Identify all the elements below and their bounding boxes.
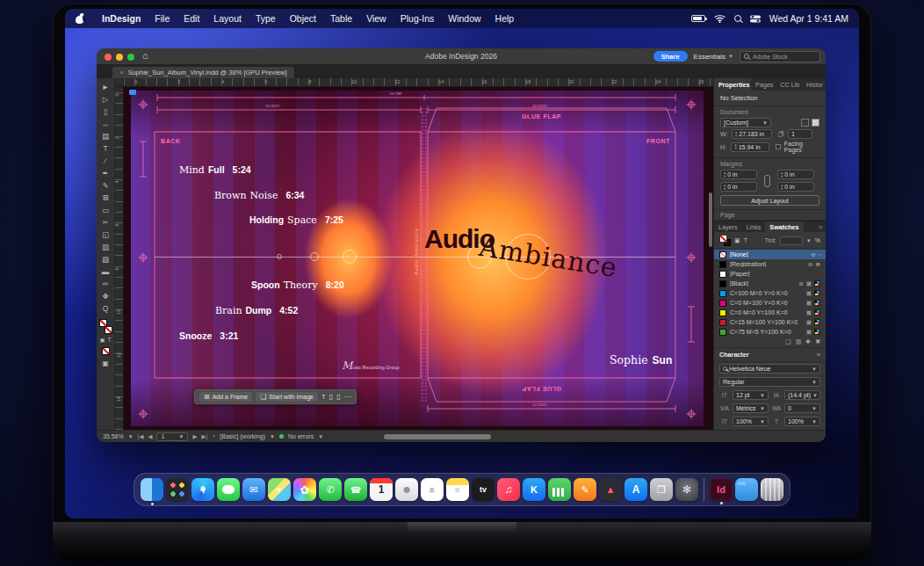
swatch-row[interactable]: [Registration]⊘⊕ xyxy=(714,259,826,269)
page-count-field[interactable]: 1 xyxy=(788,129,812,139)
vertical-scrollbar[interactable] xyxy=(709,192,712,247)
dock-rocket-icon[interactable]: ▲ xyxy=(599,478,622,501)
panel-menu-icon[interactable]: ≡ xyxy=(815,221,826,232)
swatch-views-icon[interactable]: ❑ xyxy=(785,338,790,345)
dock-keynote-icon[interactable]: K xyxy=(523,478,545,501)
first-page-button[interactable]: |◀ xyxy=(138,433,144,440)
scissors-tool-icon[interactable]: ✂ xyxy=(99,216,112,229)
rectangle-frame-tool-icon[interactable]: ⊠ xyxy=(99,192,112,204)
album-artboard[interactable]: 24.798” 12.3125” 12.3125” 12.3125” BACK … xyxy=(131,91,704,426)
formatting-text-icon[interactable]: T xyxy=(744,237,747,243)
margin-top-field[interactable]: ▴▾0 in xyxy=(720,170,757,179)
formatting-container-icon[interactable]: ▣ xyxy=(734,237,740,244)
dock-safari-icon[interactable]: ➤ xyxy=(191,478,214,501)
dock-contacts-icon[interactable]: ☻ xyxy=(395,478,418,501)
swatch-row[interactable]: C=0 M=0 Y=100 K=0 xyxy=(714,308,826,317)
document-tab[interactable]: × Sophie_Sun_Album_Vinyl.indd @ 38% [GPU… xyxy=(112,67,294,78)
dock-finder-icon[interactable] xyxy=(141,478,163,501)
font-size-field[interactable]: 12 pt▼ xyxy=(733,390,769,400)
swatch-row[interactable]: C=75 M=5 Y=100 K=0 xyxy=(714,327,826,337)
font-family-select[interactable]: Helvetica Neue▼ xyxy=(719,364,820,374)
vertical-scale-field[interactable]: 100%▼ xyxy=(733,417,769,426)
zoom-tool-icon[interactable]: Q xyxy=(99,302,112,315)
panel-tab-cc-lib[interactable]: CC Lib xyxy=(776,78,802,91)
line-tool-icon[interactable]: ∕ xyxy=(99,155,112,167)
leading-field[interactable]: (14.4 pt)▼ xyxy=(784,390,820,400)
fill-stroke-indicator[interactable] xyxy=(99,319,112,334)
menu-indesign[interactable]: InDesign xyxy=(102,13,141,24)
pencil-tool-icon[interactable]: ✎ xyxy=(99,179,112,192)
rectangle-tool-icon[interactable]: ▭ xyxy=(99,204,112,216)
stepper-icon[interactable]: ▴▾ xyxy=(735,131,737,138)
dock-facetime-icon[interactable]: ✆ xyxy=(319,478,342,501)
apply-none-button[interactable] xyxy=(102,347,110,355)
dock-tv-icon[interactable]: tv xyxy=(472,478,494,501)
free-transform-tool-icon[interactable]: ◱ xyxy=(99,229,112,241)
delete-swatch-icon[interactable]: ✖ xyxy=(815,338,820,345)
swatch-row[interactable]: C=15 M=100 Y=100 K=0 xyxy=(714,317,826,327)
dock-notes-icon[interactable]: ≡ xyxy=(446,478,469,501)
swatch-row[interactable]: [Black]⊘ xyxy=(714,279,826,288)
dock-mail-icon[interactable]: ✉ xyxy=(242,478,265,501)
dock-phone-icon[interactable]: ☎ xyxy=(344,478,367,501)
start-with-image-button[interactable]: ❏ Start with Image xyxy=(256,392,318,402)
page-icon[interactable]: ▯ xyxy=(329,393,333,401)
height-field[interactable]: ▴▾ 15.94 in xyxy=(731,142,769,152)
width-field[interactable]: ▴▾ 27.183 in xyxy=(732,129,772,139)
panel-tab-properties[interactable]: Properties xyxy=(714,78,751,91)
dock-photos-icon[interactable]: ✿ xyxy=(293,478,316,501)
page-add-icon[interactable]: ▯ xyxy=(336,393,340,401)
new-swatch-icon[interactable]: ✚ xyxy=(805,338,811,345)
fill-swatch[interactable] xyxy=(99,319,107,327)
landscape-icon[interactable] xyxy=(812,119,819,127)
content-collector-tool-icon[interactable]: ▤ xyxy=(99,130,112,142)
tint-field[interactable] xyxy=(780,236,803,245)
apple-menu-icon[interactable] xyxy=(76,13,84,24)
swatch-row[interactable]: C=100 M=0 Y=0 K=0 xyxy=(714,288,826,298)
direct-selection-tool-icon[interactable]: ▷ xyxy=(99,93,112,105)
dock-pages-icon[interactable]: ✎ xyxy=(574,478,596,501)
margin-outside-field[interactable]: ▴▾0 in xyxy=(777,182,814,192)
panel-tab-links[interactable]: Links xyxy=(742,221,766,232)
margin-bottom-field[interactable]: ▴▾0 in xyxy=(720,182,757,192)
dock-settings-icon[interactable]: ✻ xyxy=(675,478,698,501)
panel-tab-pages[interactable]: Pages xyxy=(751,78,776,91)
font-style-select[interactable]: Regular▼ xyxy=(719,377,820,387)
orientation-buttons[interactable] xyxy=(801,119,819,127)
horizontal-scrollbar[interactable] xyxy=(333,433,819,440)
link-margins-icon[interactable] xyxy=(764,175,770,187)
dock-launchpad-icon[interactable] xyxy=(166,478,189,501)
swatch-row[interactable]: [Paper] xyxy=(714,269,826,279)
adobe-stock-search[interactable]: Adobe Stock xyxy=(740,51,820,62)
gap-tool-icon[interactable]: ↔ xyxy=(99,118,112,130)
dock-reminders-icon[interactable]: ≡ xyxy=(421,478,444,501)
panel-tab-swatches[interactable]: Swatches xyxy=(765,221,803,232)
menu-object[interactable]: Object xyxy=(290,13,316,24)
panel-tab-layers[interactable]: Layers xyxy=(714,221,742,232)
window-title-bar[interactable]: ⌂ Adobe InDesign 2026 Share Essentials▼ … xyxy=(97,48,826,65)
kerning-field[interactable]: Metrics▼ xyxy=(733,403,769,413)
page-size-preset-select[interactable]: [Custom]▼ xyxy=(720,118,771,127)
new-swatch-group-icon[interactable]: ▥ xyxy=(796,338,802,345)
dock-trash-icon[interactable] xyxy=(761,478,783,501)
workspace-switcher[interactable]: Essentials▼ xyxy=(694,53,733,61)
pen-tool-icon[interactable]: ✒ xyxy=(99,167,112,179)
menu-window[interactable]: Window xyxy=(448,13,480,24)
dock-music-icon[interactable]: ♫ xyxy=(497,478,520,501)
character-panel-header[interactable]: Character ≡ xyxy=(714,348,826,362)
portrait-icon[interactable] xyxy=(801,119,809,127)
swatch-row[interactable]: C=0 M=100 Y=0 K=0 xyxy=(714,298,826,308)
menu-view[interactable]: View xyxy=(366,13,386,24)
dock-calendar-icon[interactable]: 1 xyxy=(370,478,393,501)
page-tool-icon[interactable]: ▯ xyxy=(99,105,112,118)
next-page-button[interactable]: ▶ xyxy=(192,433,197,440)
fill-stroke-indicator[interactable] xyxy=(719,235,731,246)
more-icon[interactable]: ⋯ xyxy=(344,393,351,401)
menu-table[interactable]: Table xyxy=(330,13,352,24)
dock-messages-icon[interactable] xyxy=(217,478,240,501)
dock-downloads-icon[interactable] xyxy=(735,478,758,501)
menu-help[interactable]: Help xyxy=(495,13,515,24)
zoom-level[interactable]: 35.58% xyxy=(103,433,124,439)
add-frame-button[interactable]: ⊠ Add a Frame xyxy=(199,392,252,402)
menu-edit[interactable]: Edit xyxy=(184,13,199,24)
